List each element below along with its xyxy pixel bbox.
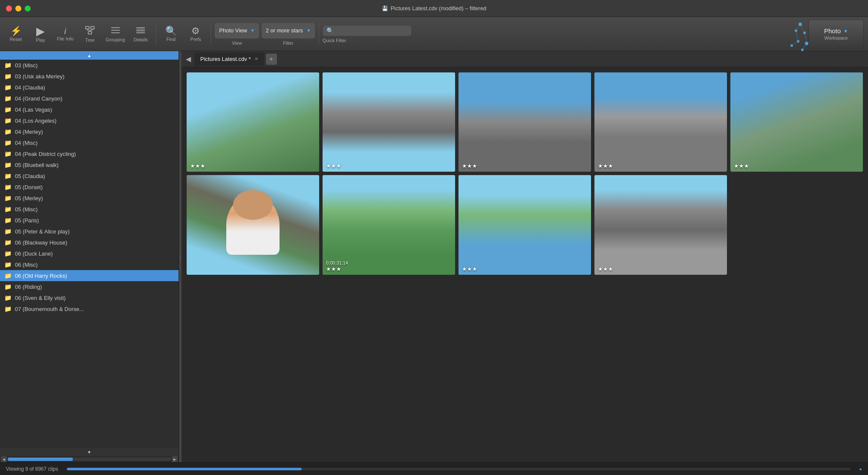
quick-filter-search[interactable]: 🔍: [323, 25, 412, 36]
sidebar-item-item-14[interactable]: 📁 05 (Misc): [0, 204, 179, 215]
sidebar-item-label: 06 (Duck Lane): [15, 250, 53, 257]
disk-icon: 💾: [382, 6, 388, 12]
sidebar-item-label: 03 (Misc): [15, 62, 37, 69]
svg-point-15: [799, 23, 802, 26]
sidebar-item-label: 04 (Claudia): [15, 84, 45, 91]
sidebar-item-item-10[interactable]: 📁 05 (Bluebell walk): [0, 159, 179, 170]
reset-button[interactable]: ⚡ Reset: [4, 20, 27, 49]
toolbar: ⚡ Reset ▶ Play i File Info Tree: [0, 17, 868, 51]
sidebar-item-item-16[interactable]: 📁 05 (Peter & Alice play): [0, 226, 179, 237]
photo-cell-photo-6[interactable]: [187, 175, 319, 274]
sidebar-item-item-22[interactable]: 📁 06 (Sven & Elly visit): [0, 292, 179, 303]
photo-cell-photo-3[interactable]: ★★★: [459, 72, 591, 172]
play-button[interactable]: ▶ Play: [29, 20, 52, 49]
tab-close-button[interactable]: ✕: [254, 56, 258, 62]
sidebar-scroll-down[interactable]: ▼: [0, 448, 179, 456]
minimize-button[interactable]: [15, 6, 21, 12]
sidebar-item-item-19[interactable]: 📁 06 (Misc): [0, 259, 179, 270]
workspace-dropdown[interactable]: Photo ▼ Workspace: [808, 20, 864, 49]
sidebar-item-item-7[interactable]: 📁 04 (Merley): [0, 126, 179, 137]
sidebar-item-label: 06 (Old Harry Rocks): [15, 273, 67, 279]
sidebar-item-item-6[interactable]: 📁 04 (Los Angeles): [0, 115, 179, 126]
folder-icon: 📁: [4, 272, 12, 279]
play-icon: ▶: [36, 26, 45, 37]
details-button[interactable]: Details: [129, 20, 152, 49]
folder-icon: 📁: [4, 106, 12, 113]
status-progress: [67, 468, 302, 470]
quick-filter-input[interactable]: [336, 27, 408, 34]
search-icon: 🔍: [326, 27, 334, 34]
tab-label: Pictures Latest.cdv *: [200, 56, 251, 62]
photo-cell-photo-1[interactable]: ★★★: [187, 72, 319, 172]
folder-icon: 📁: [4, 228, 12, 235]
folder-icon: 📁: [4, 150, 12, 157]
photo-cell-photo-7[interactable]: 0:00:31;14★★★: [323, 175, 455, 274]
sidebar-item-item-11[interactable]: 📁 05 (Claudia): [0, 170, 179, 181]
sidebar-item-item-8[interactable]: 📁 04 (Misc): [0, 137, 179, 148]
grouping-button[interactable]: Grouping: [103, 20, 127, 49]
sidebar-item-label: 06 (Blackway House): [15, 239, 67, 246]
sidebar-scroll-right[interactable]: ▶: [172, 456, 178, 462]
tree-label: Tree: [85, 37, 95, 43]
maximize-button[interactable]: [25, 6, 31, 12]
svg-point-16: [803, 32, 806, 34]
sidebar-item-item-5[interactable]: 📁 04 (Las Vegas): [0, 104, 179, 115]
tree-button[interactable]: Tree: [78, 20, 101, 49]
svg-line-27: [792, 41, 798, 46]
tab-pictures-latest[interactable]: Pictures Latest.cdv * ✕: [194, 52, 264, 66]
sidebar-item-item-4[interactable]: 📁 04 (Grand Canyon): [0, 93, 179, 104]
view-dropdown-arrow: ▼: [251, 28, 255, 33]
sidebar-scroll-up[interactable]: ▲: [0, 51, 179, 60]
fileinfo-button[interactable]: i File Info: [54, 20, 77, 49]
sidebar-item-item-13[interactable]: 📁 05 (Merley): [0, 193, 179, 204]
folder-icon: 📁: [4, 128, 12, 135]
reset-icon: ⚡: [10, 26, 22, 36]
quickfilter-group: 🔍 Quick Filter: [323, 25, 412, 43]
sidebar-item-label: 04 (Las Vegas): [15, 107, 52, 113]
find-button[interactable]: 🔍 Find: [159, 20, 182, 49]
svg-point-19: [797, 40, 799, 43]
sidebar-item-item-23[interactable]: 📁 07 (Bournemouth & Dorse...: [0, 303, 179, 314]
close-button[interactable]: [6, 6, 12, 12]
status-right: ●: [859, 466, 862, 472]
window-title: 💾 Pictures Latest.cdv (modified) – filte…: [382, 5, 487, 12]
grouping-icon: [110, 26, 121, 36]
find-label: Find: [167, 37, 176, 42]
photo-cell-photo-9[interactable]: ★★★: [594, 175, 727, 274]
photo-cell-photo-2[interactable]: ★★★: [323, 72, 455, 172]
folder-icon: 📁: [4, 261, 12, 268]
sidebar-item-item-20[interactable]: 📁 06 (Old Harry Rocks): [0, 270, 179, 281]
sidebar-item-item-18[interactable]: 📁 06 (Duck Lane): [0, 248, 179, 259]
sidebar-item-item-9[interactable]: 📁 04 (Peak District cycling): [0, 148, 179, 159]
svg-rect-2: [88, 32, 92, 34]
photo-stars: ★★★: [326, 163, 341, 169]
photo-cell-photo-5[interactable]: ★★★: [730, 72, 863, 172]
tab-add-button[interactable]: +: [266, 54, 277, 65]
folder-icon: 📁: [4, 305, 12, 312]
svg-line-22: [800, 24, 805, 33]
view-dropdown[interactable]: Photo View ▼: [214, 23, 259, 39]
sidebar-item-item-2[interactable]: 📁 03 (Usk aka Merley): [0, 71, 179, 82]
workspace-arrow-icon: ▼: [843, 29, 848, 34]
sidebar-item-item-1[interactable]: 📁 03 (Misc): [0, 60, 179, 71]
filter-dropdown[interactable]: 2 or more stars ▼: [261, 23, 315, 39]
folder-icon: 📁: [4, 206, 12, 213]
workspace-name: Photo ▼: [824, 27, 848, 35]
content-area: ◀ Pictures Latest.cdv * ✕ + ★★★★★★★★★★★★…: [182, 51, 868, 462]
sidebar-item-item-21[interactable]: 📁 06 (Riding): [0, 281, 179, 292]
sidebar-scroll-area[interactable]: 📁 03 (Misc) 📁 03 (Usk aka Merley) 📁 04 (…: [0, 60, 179, 448]
prefs-button[interactable]: ⚙ Prefs: [184, 20, 207, 49]
sidebar-horizontal-scroll[interactable]: ◀ ▶: [0, 456, 179, 462]
sidebar-item-item-17[interactable]: 📁 06 (Blackway House): [0, 237, 179, 248]
folder-icon: 📁: [4, 139, 12, 146]
photo-grid: ★★★★★★★★★★★★★★★0:00:31;14★★★★★★★★★: [182, 67, 868, 462]
sidebar-item-item-3[interactable]: 📁 04 (Claudia): [0, 82, 179, 93]
details-icon: [136, 26, 146, 36]
folder-icon: 📁: [4, 195, 12, 202]
sidebar-scroll-left[interactable]: ◀: [1, 456, 7, 462]
sidebar-item-item-12[interactable]: 📁 05 (Dorset): [0, 181, 179, 193]
sidebar-item-item-15[interactable]: 📁 05 (Paris): [0, 215, 179, 226]
photo-cell-photo-4[interactable]: ★★★: [594, 72, 727, 172]
photo-cell-photo-8[interactable]: ★★★: [459, 175, 591, 274]
sidebar-item-label: 06 (Misc): [15, 262, 37, 268]
